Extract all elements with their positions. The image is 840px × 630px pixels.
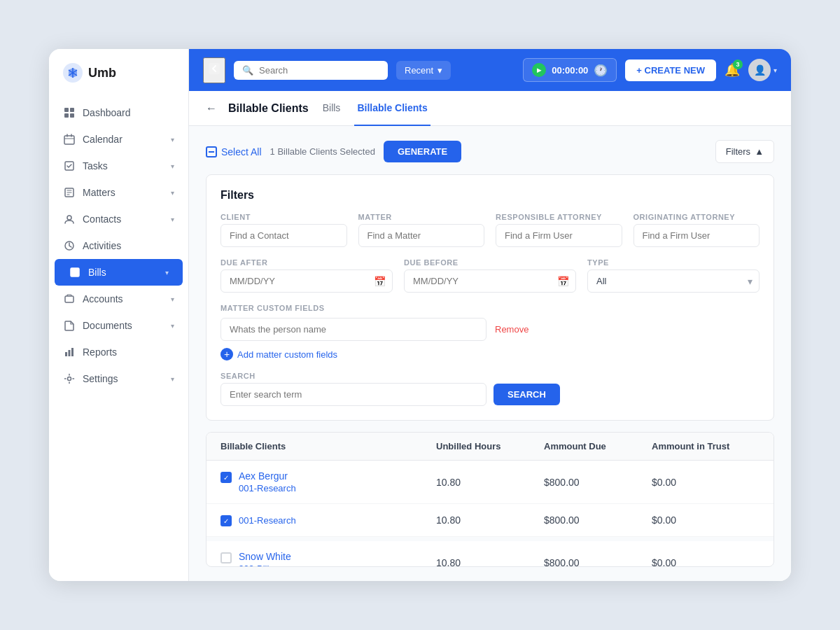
sidebar-item-label: Dashboard (83, 107, 131, 118)
type-select[interactable]: All (587, 270, 760, 293)
create-new-label: + CREATE NEW (636, 65, 705, 76)
chevron-icon: ▾ (171, 189, 174, 197)
due-after-input[interactable] (220, 270, 393, 293)
client-filter-group: CLIENT (220, 213, 347, 247)
chevron-icon: ▾ (171, 322, 174, 330)
unbilled-hours-1: 10.80 (436, 514, 544, 526)
svg-rect-14 (71, 348, 74, 356)
row-checkbox-2[interactable] (220, 552, 232, 564)
play-button[interactable]: ▶ (532, 63, 546, 77)
resp-attorney-filter-group: RESPONSIBLE ATTORNEY (496, 213, 622, 247)
notification-badge: 3 (733, 59, 743, 69)
add-custom-field-button[interactable]: + Add matter custom fields (220, 348, 337, 360)
table-row: ✓ 001-Research 10.80 $800.00 $0.00 (206, 504, 774, 537)
client-label: CLIENT (220, 213, 347, 221)
tab-bills[interactable]: Bills (320, 91, 344, 126)
row-checkbox-0[interactable]: ✓ (220, 472, 232, 483)
chevron-icon: ▾ (171, 375, 174, 383)
row-checkbox-1[interactable]: ✓ (220, 515, 232, 526)
page-title: Billable Clients (228, 102, 309, 115)
sidebar-item-label: Tasks (83, 160, 108, 172)
client-cell-1: ✓ 001-Research (220, 514, 436, 526)
page-back-button[interactable]: ← (206, 102, 217, 115)
client-name-0[interactable]: Aex Bergur (239, 470, 296, 482)
filters-section: Filters CLIENT MATTER RESPONSIBLE ATTORN… (206, 174, 774, 421)
filters-up-icon: ▲ (755, 146, 764, 157)
amount-trust-0: $0.00 (652, 477, 760, 488)
amount-due-2: $800.00 (544, 557, 652, 568)
sidebar-item-activities[interactable]: Activities (49, 232, 188, 259)
timer-box: ▶ 00:00:00 🕐 (523, 58, 617, 82)
filters-button[interactable]: Filters ▲ (715, 140, 774, 163)
sidebar-item-calendar[interactable]: Calendar ▾ (49, 126, 188, 153)
orig-attorney-input[interactable] (634, 224, 760, 247)
filter-row-1: CLIENT MATTER RESPONSIBLE ATTORNEY ORIGI… (220, 213, 760, 247)
tab-billable-clients[interactable]: Billable Clients (354, 91, 430, 126)
sidebar-item-label: Accounts (83, 293, 123, 304)
custom-field-input[interactable] (220, 318, 486, 341)
client-input[interactable] (220, 224, 347, 247)
search-box[interactable]: 🔍 (234, 61, 388, 80)
table-row: ✓ Aex Bergur 001-Research 10.80 $800.00 … (206, 461, 774, 504)
bills-icon (69, 266, 81, 279)
client-cell-0: ✓ Aex Bergur 001-Research (220, 470, 436, 493)
remove-custom-field-button[interactable]: Remove (495, 324, 528, 335)
logo-text: Umb (88, 66, 116, 80)
action-bar: Select All 1 Billable Clients Selected G… (206, 140, 774, 163)
svg-rect-11 (65, 296, 74, 302)
deselect-icon (206, 146, 217, 158)
reports-icon (63, 346, 76, 358)
sidebar-item-label: Calendar (83, 134, 122, 145)
matter-name-2[interactable]: 303-Bills (239, 564, 291, 567)
matter-filter-group: MATTER (358, 213, 485, 247)
sidebar-item-contacts[interactable]: Contacts ▾ (49, 206, 188, 232)
col-unbilled-hours: Unbilled Hours (436, 441, 544, 451)
search-icon: 🔍 (242, 65, 253, 76)
client-cell-2: Snow White 303-Bills (220, 551, 436, 567)
orig-attorney-filter-group: ORIGINATING ATTORNEY (634, 213, 760, 247)
recent-dropdown[interactable]: Recent ▾ (396, 61, 451, 80)
sidebar-item-tasks[interactable]: Tasks ▾ (49, 153, 188, 179)
topbar-back-button[interactable] (203, 57, 225, 83)
custom-field-row: Remove (220, 318, 760, 341)
svg-rect-16 (209, 63, 220, 74)
sidebar-item-reports[interactable]: Reports (49, 339, 188, 365)
avatar-chevron-icon: ▾ (774, 66, 777, 74)
sidebar-item-accounts[interactable]: Accounts ▾ (49, 286, 188, 312)
calendar-icon (63, 133, 76, 146)
accounts-icon (63, 293, 76, 305)
recent-chevron-icon: ▾ (438, 65, 442, 76)
sidebar-item-label: Bills (88, 267, 106, 278)
sidebar: Umb Dashboard (49, 49, 189, 581)
search-submit-button[interactable]: SEARCH (493, 384, 560, 405)
orig-attorney-label: ORIGINATING ATTORNEY (634, 213, 760, 221)
generate-button[interactable]: GENERATE (384, 141, 461, 162)
matter-name-0[interactable]: 001-Research (239, 483, 296, 493)
sidebar-item-label: Documents (83, 320, 132, 331)
type-filter-group: TYPE All ▾ (587, 258, 760, 293)
amount-trust-1: $0.00 (652, 514, 760, 526)
sidebar-item-label: Contacts (83, 214, 121, 225)
search-term-input[interactable] (220, 383, 486, 406)
avatar[interactable]: 👤 (748, 59, 771, 81)
sidebar-item-documents[interactable]: Documents ▾ (49, 312, 188, 339)
due-before-input[interactable] (404, 270, 576, 293)
filter-row-2: DUE AFTER 📅 DUE BEFORE 📅 (220, 258, 760, 293)
client-name-2[interactable]: Snow White (239, 551, 291, 562)
notifications-button[interactable]: 🔔 3 (724, 62, 740, 78)
col-amount-due: Ammount Due (544, 441, 652, 451)
amount-due-1: $800.00 (544, 514, 652, 526)
resp-attorney-input[interactable] (496, 224, 622, 247)
chevron-icon: ▾ (171, 295, 174, 303)
matter-name-1[interactable]: 001-Research (239, 515, 296, 526)
sidebar-item-settings[interactable]: Settings ▾ (49, 365, 188, 392)
sidebar-item-matters[interactable]: Matters ▾ (49, 179, 188, 206)
search-input[interactable] (259, 65, 379, 76)
create-new-button[interactable]: + CREATE NEW (625, 59, 716, 81)
unbilled-hours-2: 10.80 (436, 557, 544, 568)
main-content: 🔍 Recent ▾ ▶ 00:00:00 🕐 + CREATE NEW 🔔 3 (189, 49, 791, 581)
matter-input[interactable] (358, 224, 485, 247)
sidebar-item-dashboard[interactable]: Dashboard (49, 99, 188, 126)
sidebar-item-bills[interactable]: Bills ▾ (55, 259, 183, 286)
select-all-button[interactable]: Select All (206, 146, 262, 158)
